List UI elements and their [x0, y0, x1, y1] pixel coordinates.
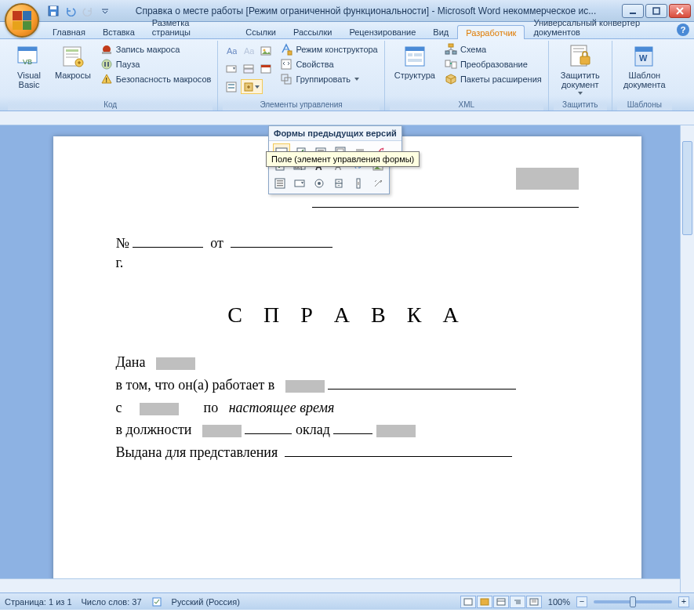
- help-icon[interactable]: ?: [677, 24, 689, 36]
- status-proofing[interactable]: [151, 596, 162, 607]
- undo-icon[interactable]: [64, 5, 77, 17]
- properties-button[interactable]: Свойства: [278, 57, 379, 71]
- svg-rect-50: [580, 56, 590, 64]
- ft-tools-icon[interactable]: [369, 176, 387, 191]
- svg-rect-44: [452, 51, 456, 54]
- tab-view[interactable]: Вид: [424, 24, 457, 38]
- warning-icon: !: [100, 73, 113, 85]
- svg-rect-41: [408, 59, 422, 62]
- view-fullscreen-icon[interactable]: [477, 596, 492, 608]
- svg-rect-29: [228, 84, 234, 85]
- ft-listbox-icon[interactable]: [271, 176, 289, 191]
- legacy-tools-button[interactable]: [241, 79, 263, 94]
- ft-spin-icon[interactable]: [330, 176, 347, 191]
- view-outline-icon[interactable]: [510, 596, 525, 608]
- view-print-layout-icon[interactable]: [460, 596, 476, 608]
- view-draft-icon[interactable]: [526, 596, 542, 608]
- svg-rect-82: [357, 182, 360, 185]
- horizontal-ruler[interactable]: [0, 111, 694, 125]
- svg-point-78: [318, 182, 321, 185]
- visual-basic-button[interactable]: VB Visual Basic: [8, 42, 50, 91]
- svg-rect-46: [452, 62, 456, 68]
- view-buttons: [460, 596, 542, 608]
- svg-rect-52: [635, 47, 652, 52]
- qat-dropdown-icon[interactable]: [99, 5, 111, 17]
- tab-page-layout[interactable]: Разметка страницы: [144, 15, 238, 38]
- doc-line3b: по: [204, 400, 219, 415]
- group-templates-label: Шаблоны: [617, 100, 672, 111]
- status-lang[interactable]: Русский (Россия): [172, 597, 240, 607]
- macros-button[interactable]: Макросы: [50, 42, 96, 82]
- schema-icon: [445, 43, 457, 56]
- view-web-icon[interactable]: [493, 596, 509, 608]
- svg-rect-45: [445, 60, 450, 67]
- design-mode-label: Режим конструктора: [296, 45, 377, 54]
- save-icon[interactable]: [47, 5, 60, 17]
- group-controls-label-bar: Элементы управления: [223, 100, 379, 111]
- document-template-label: Шаблон документа: [622, 71, 667, 89]
- package-icon: [445, 73, 457, 85]
- structure-label: Структура: [394, 71, 435, 80]
- record-macro-button[interactable]: Запись макроса: [99, 42, 213, 56]
- zoom-slider-thumb[interactable]: [630, 596, 636, 607]
- group-templates: W Шаблон документа Шаблоны: [612, 41, 677, 111]
- template-icon: W: [632, 44, 657, 69]
- tab-converter[interactable]: Универсальный конвертер документов: [525, 15, 694, 38]
- redo-icon[interactable]: [82, 5, 94, 17]
- properties-label: Свойства: [296, 60, 333, 69]
- svg-rect-40: [414, 53, 422, 56]
- control-date-icon[interactable]: [258, 61, 273, 76]
- control-plaintext-icon[interactable]: Aa: [241, 43, 256, 58]
- zoom-out-button[interactable]: −: [576, 596, 587, 607]
- tab-developer[interactable]: Разработчик: [457, 25, 525, 39]
- legacy-textfield-tooltip: Поле (элемент управления формы): [266, 151, 420, 167]
- properties-icon: [280, 58, 292, 71]
- control-dropdown-icon[interactable]: [241, 61, 256, 76]
- pause-macro-button[interactable]: Пауза: [99, 57, 213, 71]
- tab-review[interactable]: Рецензирование: [340, 24, 424, 38]
- zoom-in-button[interactable]: +: [678, 596, 689, 607]
- horizontal-scrollbar[interactable]: [0, 578, 680, 592]
- control-richtext-icon[interactable]: Aa: [223, 43, 238, 58]
- document-template-button[interactable]: W Шаблон документа: [617, 42, 672, 91]
- lock-document-icon: [568, 44, 593, 69]
- ft-option-icon[interactable]: [311, 176, 328, 191]
- tab-home[interactable]: Главная: [44, 24, 94, 38]
- zoom-percent[interactable]: 100%: [548, 597, 570, 607]
- svg-rect-76: [295, 180, 304, 187]
- tab-insert[interactable]: Вставка: [94, 24, 144, 38]
- status-page[interactable]: Страница: 1 из 1: [5, 597, 72, 607]
- expansion-packs-button[interactable]: Пакеты расширения: [443, 72, 543, 86]
- design-mode-button[interactable]: Режим конструктора: [278, 42, 379, 56]
- scrollbar-thumb[interactable]: [682, 141, 692, 235]
- schema-label: Схема: [460, 45, 486, 54]
- status-words[interactable]: Число слов: 37: [82, 597, 142, 607]
- svg-rect-34: [282, 60, 291, 69]
- svg-rect-42: [449, 44, 453, 47]
- ft-scrollbar-icon[interactable]: [350, 176, 367, 191]
- control-combobox-icon[interactable]: [223, 61, 238, 76]
- structure-button[interactable]: Структура: [390, 42, 440, 82]
- macro-security-button[interactable]: ! Безопасность макросов: [99, 72, 213, 86]
- tab-references[interactable]: Ссылки: [237, 24, 285, 38]
- control-blocks-icon[interactable]: [223, 79, 238, 94]
- control-picture-icon[interactable]: [258, 43, 273, 58]
- protect-document-button[interactable]: Защитить документ: [554, 42, 607, 97]
- svg-rect-74: [277, 183, 283, 184]
- visual-basic-label: Visual Basic: [13, 71, 45, 89]
- document-page[interactable]: № от г. С П Р А В К А Дана в том, что он…: [53, 136, 641, 592]
- macros-icon: [60, 44, 85, 69]
- transform-button[interactable]: Преобразование: [443, 57, 543, 71]
- group-controls: Aa Aa: [218, 41, 384, 111]
- pause-icon: [100, 58, 113, 71]
- vertical-scrollbar[interactable]: [680, 125, 694, 592]
- ft-combobox-icon[interactable]: [291, 176, 308, 191]
- schema-button[interactable]: Схема: [443, 42, 543, 56]
- tab-mailings[interactable]: Рассылки: [285, 24, 340, 38]
- svg-rect-9: [66, 49, 78, 52]
- zoom-slider[interactable]: [594, 600, 672, 603]
- office-button[interactable]: [5, 3, 39, 38]
- svg-rect-23: [227, 66, 236, 72]
- group-controls-button[interactable]: Группировать: [278, 72, 379, 86]
- ribbon-tabs: Главная Вставка Разметка страницы Ссылки…: [0, 22, 694, 39]
